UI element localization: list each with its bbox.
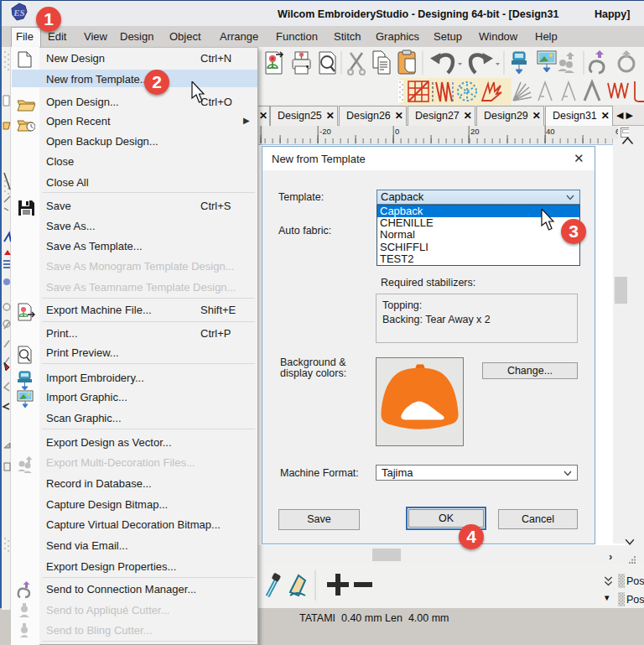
svg-text:ES: ES [13, 8, 24, 18]
